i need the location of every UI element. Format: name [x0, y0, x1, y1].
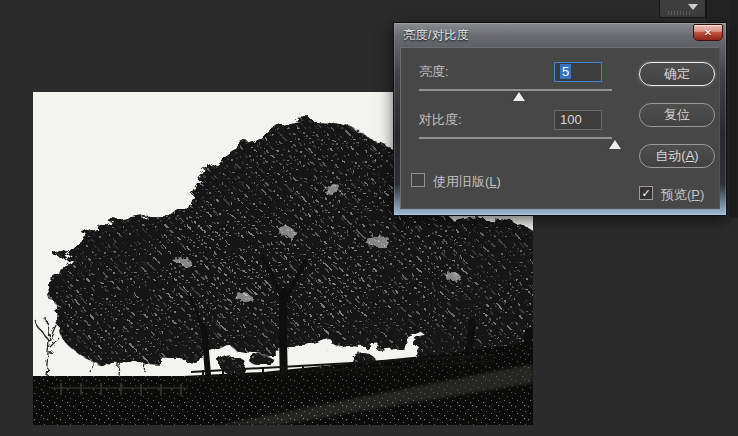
- dialog-title: 亮度/对比度: [403, 27, 469, 44]
- docked-panel-fragment[interactable]: [659, 0, 707, 18]
- close-icon: ✕: [704, 27, 712, 38]
- brightness-label: 亮度:: [419, 63, 449, 81]
- auto-button-suffix: ): [694, 148, 698, 163]
- use-legacy-text: 使用旧版(: [433, 174, 489, 189]
- preview-text: 预览(: [661, 187, 691, 202]
- dialog-body: 亮度: 5 对比度: 100 使用旧版(L) 确定 复位 自动(A) ✓ 预览(…: [400, 47, 720, 209]
- use-legacy-label: 使用旧版(L): [433, 173, 501, 191]
- panel-well-edge: [730, 0, 738, 218]
- brightness-input[interactable]: 5: [554, 62, 602, 82]
- preview-checkbox[interactable]: ✓: [639, 186, 653, 200]
- panel-grip-icon: [668, 11, 690, 15]
- preview-suffix: ): [700, 187, 704, 202]
- close-button[interactable]: ✕: [693, 24, 723, 41]
- auto-button-text: 自动(: [655, 148, 685, 163]
- photoshop-workspace: { "window": { "background": "#2b2b2b" },…: [0, 0, 738, 436]
- contrast-slider-track[interactable]: [419, 137, 612, 139]
- preview-mnemonic: P: [691, 187, 700, 202]
- brightness-slider-thumb[interactable]: [513, 92, 525, 101]
- contrast-value: 100: [560, 112, 582, 127]
- reset-button-label: 复位: [664, 107, 690, 122]
- reset-button[interactable]: 复位: [639, 103, 715, 127]
- ok-button-label: 确定: [664, 66, 690, 81]
- brightness-contrast-dialog: 亮度/对比度 ✕ 亮度: 5 对比度: 100 使用旧版(L) 确定 复位 自动…: [393, 22, 727, 216]
- contrast-input[interactable]: 100: [554, 110, 602, 130]
- chevron-down-icon: [688, 4, 698, 10]
- use-legacy-checkbox[interactable]: [411, 173, 425, 187]
- use-legacy-suffix: ): [497, 174, 501, 189]
- brightness-slider-track[interactable]: [419, 89, 612, 91]
- brightness-value: 5: [560, 64, 571, 79]
- preview-label: 预览(P): [661, 186, 704, 204]
- auto-button[interactable]: 自动(A): [639, 144, 715, 168]
- check-icon: ✓: [641, 187, 650, 199]
- contrast-slider-thumb[interactable]: [609, 140, 621, 149]
- contrast-label: 对比度:: [419, 111, 462, 129]
- use-legacy-mnemonic: L: [489, 174, 496, 189]
- ok-button[interactable]: 确定: [639, 62, 715, 86]
